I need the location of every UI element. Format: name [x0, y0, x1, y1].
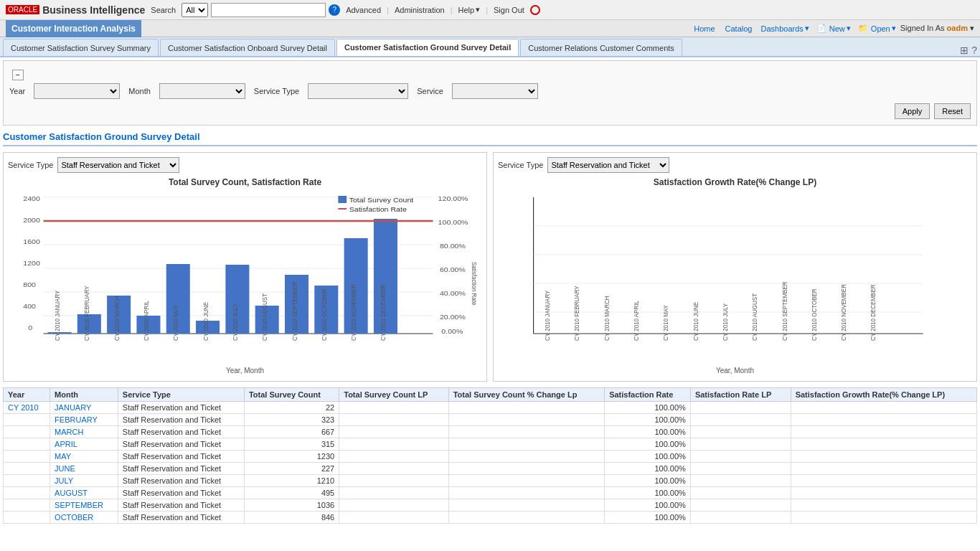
catalog-button[interactable]: Catalog	[721, 24, 757, 33]
signed-in-label: Signed In As oadm ▾	[900, 24, 974, 33]
cell-month[interactable]: JUNE	[50, 463, 118, 475]
cell-pct-change	[448, 499, 605, 512]
left-panel-service-row: Service Type Staff Reservation and Ticke…	[8, 157, 482, 173]
cell-month[interactable]: OCTOBER	[50, 512, 118, 524]
cell-pct-change	[448, 463, 605, 475]
month-filter-select[interactable]	[159, 83, 245, 99]
cell-year	[4, 463, 50, 475]
new-dropdown[interactable]: 📄 New ▾	[814, 24, 854, 33]
cell-month[interactable]: MARCH	[50, 426, 118, 438]
cell-service-type: Staff Reservation and Ticket	[118, 402, 244, 414]
cell-year	[4, 487, 50, 499]
svg-text:CY 2010 JUNE: CY 2010 JUNE	[202, 302, 209, 341]
col-sat-rate-lp: Satisfaction Rate LP	[690, 388, 791, 402]
cell-month[interactable]: MAY	[50, 451, 118, 463]
top-nav-right: Search All ? Advanced | Administration |…	[151, 3, 540, 17]
svg-text:2000: 2000	[23, 217, 40, 224]
cell-sat-growth	[791, 463, 976, 475]
cell-year[interactable]: CY 2010	[4, 402, 50, 414]
search-input[interactable]	[211, 3, 326, 17]
cell-total-count-lp	[339, 499, 448, 512]
collapse-button[interactable]: −	[12, 70, 24, 80]
data-table-container: Year Month Service Type Total Survey Cou…	[3, 387, 977, 524]
left-service-type-select[interactable]: Staff Reservation and Ticket	[57, 157, 179, 173]
dashboards-label: Dashboards	[760, 24, 803, 33]
col-month: Month	[50, 388, 118, 402]
right-service-type-select[interactable]: Staff Reservation and Ticket	[547, 157, 669, 173]
cell-sat-rate: 100.00%	[605, 512, 691, 524]
advanced-link[interactable]: Advanced	[343, 6, 384, 14]
col-service-type: Service Type	[118, 388, 244, 402]
cell-year	[4, 426, 50, 438]
right-panel: Service Type Staff Reservation and Ticke…	[493, 152, 977, 382]
help-icon[interactable]: ?	[329, 4, 340, 16]
open-dropdown[interactable]: 📁 Open ▾	[855, 24, 899, 33]
cell-month[interactable]: AUGUST	[50, 487, 118, 499]
signout-link[interactable]: Sign Out	[491, 6, 527, 14]
service-filter-label: Service	[417, 87, 443, 95]
cell-month[interactable]: FEBRUARY	[50, 414, 118, 426]
left-chart-x-label: Year, Month	[8, 367, 482, 375]
section-title: Customer Satisfaction Ground Survey Deta…	[3, 131, 977, 146]
cell-month[interactable]: APRIL	[50, 438, 118, 451]
bi-title: Business Intelligence	[42, 4, 145, 16]
cell-month[interactable]: JANUARY	[50, 402, 118, 414]
home-button[interactable]: Home	[689, 24, 719, 33]
service-type-filter-select[interactable]	[308, 83, 408, 99]
cell-total-count-lp	[339, 512, 448, 524]
cell-year	[4, 451, 50, 463]
cell-total-count-lp	[339, 426, 448, 438]
cell-pct-change	[448, 426, 605, 438]
table-row: CY 2010JANUARYStaff Reservation and Tick…	[4, 402, 977, 414]
service-type-filter-label: Service Type	[254, 87, 299, 95]
filter-row: Year Month Service Type Service	[9, 83, 971, 99]
cell-sat-rate-lp	[690, 499, 791, 512]
svg-text:CY 2010 FEBRUARY: CY 2010 FEBRUARY	[573, 286, 581, 341]
table-row: SEPTEMBERStaff Reservation and Ticket103…	[4, 499, 977, 512]
svg-text:CY 2010 APRIL: CY 2010 APRIL	[142, 301, 150, 341]
cell-month[interactable]: SEPTEMBER	[50, 499, 118, 512]
tab-survey-summary[interactable]: Customer Satisfaction Survey Summary	[3, 39, 159, 56]
year-filter-select[interactable]	[34, 83, 120, 99]
col-sat-rate: Satisfaction Rate	[605, 388, 691, 402]
grid-icon[interactable]: ⊞	[960, 44, 969, 56]
help-page-icon[interactable]: ?	[971, 44, 977, 56]
cell-total-count-lp	[339, 402, 448, 414]
reset-button[interactable]: Reset	[934, 103, 971, 119]
table-row: JUNEStaff Reservation and Ticket227100.0…	[4, 463, 977, 475]
administration-link[interactable]: Administration	[392, 6, 448, 14]
tab-onboard-survey[interactable]: Customer Satisfaction Onboard Survey Det…	[160, 39, 335, 56]
cell-sat-rate: 100.00%	[605, 438, 691, 451]
cell-sat-growth	[791, 402, 976, 414]
cell-service-type: Staff Reservation and Ticket	[118, 426, 244, 438]
col-total-count: Total Survey Count	[244, 388, 339, 402]
cell-month[interactable]: JULY	[50, 475, 118, 487]
right-chart-x-label: Year, Month	[498, 367, 972, 375]
left-chart-svg: 2400 2000 1600 1200 800 400 0 120.00% 10…	[8, 190, 482, 362]
col-sat-growth: Satisfaction Growth Rate(% Change LP)	[791, 388, 976, 402]
search-select[interactable]: All	[182, 3, 208, 17]
cell-sat-growth	[791, 414, 976, 426]
svg-rect-47	[338, 196, 347, 203]
apply-button[interactable]: Apply	[895, 103, 930, 119]
tab-ground-survey[interactable]: Customer Satisfaction Ground Survey Deta…	[336, 39, 519, 56]
svg-text:1200: 1200	[23, 260, 40, 267]
right-chart-container: CY 2010 JANUARY CY 2010 FEBRUARY CY 2010…	[498, 190, 972, 377]
svg-text:CY 2010 FEBRUARY: CY 2010 FEBRUARY	[83, 286, 91, 341]
cell-pct-change	[448, 512, 605, 524]
cell-service-type: Staff Reservation and Ticket	[118, 487, 244, 499]
table-row: MARCHStaff Reservation and Ticket667100.…	[4, 426, 977, 438]
cell-sat-rate-lp	[690, 512, 791, 524]
power-icon	[530, 5, 540, 15]
col-total-count-lp: Total Survey Count LP	[339, 388, 448, 402]
open-label: Open	[871, 24, 890, 33]
tab-customer-relations[interactable]: Customer Relations Customer Comments	[520, 39, 682, 56]
main-content: − Year Month Service Type Service Apply …	[0, 57, 980, 527]
dashboards-dropdown[interactable]: Dashboards ▾	[758, 24, 811, 33]
help-dropdown[interactable]: Help ▾	[456, 5, 484, 14]
right-service-type-label: Service Type	[498, 161, 543, 169]
service-filter-select[interactable]	[452, 83, 538, 99]
cell-pct-change	[448, 451, 605, 463]
svg-text:CY 2010 JUNE: CY 2010 JUNE	[692, 302, 699, 341]
svg-text:0.00%: 0.00%	[441, 328, 463, 335]
